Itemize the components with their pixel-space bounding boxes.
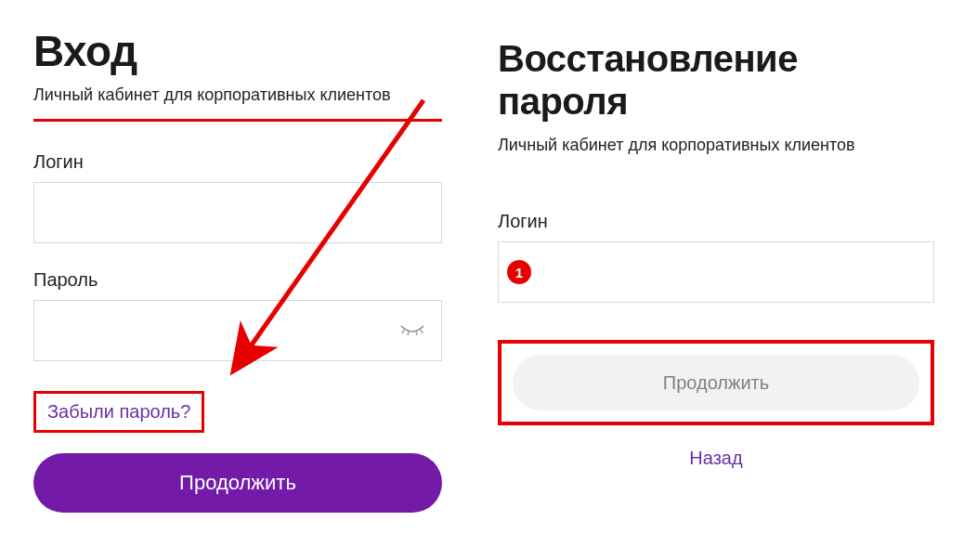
recovery-login-label: Логин (498, 211, 934, 232)
back-link[interactable]: Назад (498, 448, 934, 469)
svg-line-3 (416, 332, 417, 335)
password-label: Пароль (33, 269, 442, 291)
recovery-continue-button[interactable]: Продолжить (513, 355, 919, 410)
login-title: Вход (33, 26, 442, 76)
recovery-panel: Восстановление пароля Личный кабинет для… (498, 37, 934, 513)
annotation-badge: 1 (507, 260, 531, 284)
password-input[interactable] (33, 300, 442, 361)
svg-line-1 (402, 330, 404, 333)
login-panel: Вход Личный кабинет для корпоративных кл… (33, 26, 442, 513)
annotation-underline (33, 119, 442, 122)
login-input[interactable] (33, 182, 442, 243)
eye-closed-icon[interactable] (399, 319, 425, 343)
annotation-box-continue: Продолжить (498, 340, 934, 425)
forgot-password-link[interactable]: Забыли пароль? (38, 396, 200, 428)
recovery-subtitle: Личный кабинет для корпоративных клиенто… (498, 136, 934, 155)
annotation-box-forgot: Забыли пароль? (33, 391, 204, 433)
recovery-title: Восстановление пароля (498, 37, 934, 123)
recovery-login-input[interactable] (498, 241, 934, 303)
continue-button[interactable]: Продолжить (33, 453, 442, 513)
svg-line-2 (408, 332, 409, 335)
login-label: Логин (33, 151, 442, 173)
svg-line-4 (421, 330, 423, 333)
login-subtitle: Личный кабинет для корпоративных клиенто… (33, 85, 442, 105)
